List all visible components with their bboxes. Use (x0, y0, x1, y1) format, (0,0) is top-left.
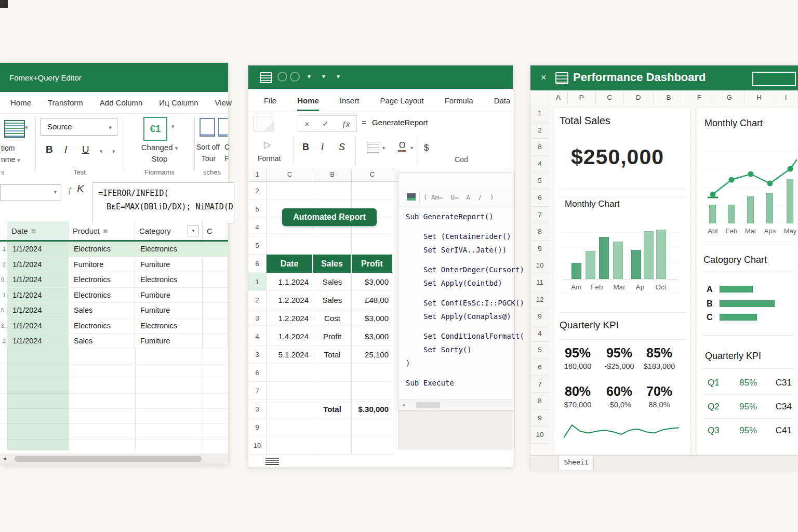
scrollbar-thumb[interactable] (15, 456, 202, 462)
vba-scrollbar[interactable]: ▴ (398, 400, 514, 410)
table-row[interactable]: 3.1/1/2024ElectronicsElectronics (0, 318, 228, 334)
chevron-down-icon[interactable]: ▾ (410, 145, 413, 151)
column-header-B[interactable]: B (313, 168, 352, 181)
chevron-down-icon[interactable]: ▾ (322, 73, 325, 80)
query-doc-icon[interactable] (4, 120, 25, 138)
cell[interactable] (313, 382, 352, 400)
cell[interactable]: 1.4.2024 (267, 327, 313, 345)
sort-off-label[interactable]: Sort off (196, 143, 220, 151)
cell[interactable] (267, 236, 313, 255)
sheet-list-icon[interactable] (265, 457, 279, 465)
cell-extra[interactable] (203, 288, 228, 303)
insert-function-icon[interactable]: ƒx (342, 119, 350, 128)
cell[interactable] (313, 182, 352, 200)
changed-type-icon-wrap[interactable]: €1 (143, 117, 167, 141)
cell-extra[interactable] (203, 242, 228, 257)
cell[interactable] (313, 364, 352, 382)
cell-product[interactable]: Electronics (69, 318, 135, 334)
column-header-product[interactable]: Product▣ (69, 221, 135, 240)
horizontal-scrollbar[interactable]: ◂ (0, 454, 228, 464)
cell-extra[interactable] (203, 303, 228, 318)
cell-date[interactable]: 1/1/2024 (7, 318, 69, 334)
cell-date[interactable]: 1/1/2024 (7, 334, 69, 349)
tab-transform[interactable]: Transform (48, 98, 83, 107)
sheet-tab[interactable]: Sheei1 (558, 456, 594, 470)
chevron-down-icon[interactable]: ▾ (25, 124, 28, 131)
scroll-left-icon[interactable]: ◂ (3, 455, 6, 462)
cell-product[interactable]: Sales (69, 303, 135, 318)
column-header-P[interactable]: P (568, 90, 596, 105)
cell-date[interactable]: 1/1/2024 (7, 272, 69, 288)
bold-button[interactable]: B (302, 142, 309, 153)
cell[interactable]: Total (313, 400, 352, 418)
column-header-category[interactable]: Category▾ (135, 221, 203, 240)
formula-bar-input[interactable]: GenerateReport (372, 118, 428, 127)
cell[interactable]: $3,000 (352, 327, 393, 345)
kpi-table-row-q2[interactable]: Q295%C34 (703, 397, 793, 418)
cell[interactable]: 1.1.2024 (267, 273, 313, 291)
cell[interactable] (352, 436, 393, 455)
query-name-dropdown[interactable]: ▾ (0, 184, 61, 201)
column-header-C[interactable]: C (596, 90, 624, 105)
cell[interactable] (313, 436, 352, 455)
bold-button[interactable]: B (46, 144, 53, 155)
cell[interactable] (267, 364, 313, 382)
cell-product[interactable]: Electronics (69, 288, 135, 303)
cell-extra[interactable] (203, 257, 228, 273)
kpi-table-row-q3[interactable]: Q395%C41 (703, 421, 793, 442)
column-header-H[interactable]: H (744, 90, 774, 105)
cell-product[interactable]: Electronics (69, 242, 135, 257)
cancel-icon[interactable]: × (304, 119, 309, 128)
enter-icon[interactable]: ✓ (322, 119, 329, 128)
cell[interactable] (313, 418, 352, 436)
cell[interactable] (352, 182, 393, 200)
automated-report-button[interactable]: Automated Report (282, 208, 377, 226)
tab-view[interactable]: View (215, 98, 232, 107)
cell[interactable]: Cost (313, 309, 352, 327)
cell-category[interactable]: Electronics (135, 272, 203, 288)
tab--column[interactable]: Иц Column (159, 98, 198, 107)
vba-code-area[interactable]: Sub GenerateReport()Set (Centainerider()… (398, 205, 514, 400)
cell-extra[interactable] (203, 318, 228, 334)
cell[interactable]: Profit (313, 327, 352, 345)
cell-category[interactable]: Fumiture (135, 334, 203, 349)
close-icon[interactable]: × (541, 72, 547, 83)
chevron-down-icon[interactable]: ▾ (112, 148, 115, 155)
cell-category[interactable]: Fumiture (135, 257, 203, 273)
cell-product[interactable]: Sales (69, 334, 135, 349)
cell[interactable]: 1.2.2024 (267, 309, 313, 327)
cell-extra[interactable] (203, 334, 228, 349)
cell-product[interactable]: Electronics (69, 272, 135, 288)
chevron-down-icon[interactable]: ▾ (308, 73, 311, 80)
column-header-G[interactable]: G (714, 90, 744, 105)
cell[interactable] (352, 382, 393, 400)
column-header-F[interactable]: F (684, 90, 714, 105)
cell[interactable]: Sales (313, 255, 352, 273)
cell[interactable] (267, 436, 313, 455)
column-header-c[interactable]: C (203, 221, 228, 240)
menu-page-layout[interactable]: Page Layout (380, 96, 423, 105)
cell[interactable]: 5.1.2024 (267, 345, 313, 364)
table-row[interactable]: 21/1/2024SalesFumiture (0, 334, 228, 349)
clipboard-icon[interactable] (254, 116, 274, 131)
cell[interactable]: Sales (313, 291, 352, 309)
font-color-icon[interactable]: O (398, 141, 406, 152)
changed-button[interactable]: Changed ▾ (126, 143, 193, 152)
cell[interactable]: 1.2.2024 (267, 291, 313, 309)
menu-file[interactable]: File (264, 96, 276, 105)
cell[interactable]: Sales (313, 273, 352, 291)
currency-format-button[interactable]: $ (424, 143, 429, 153)
column-header-A[interactable]: A (549, 90, 568, 105)
column-header-C[interactable]: C (267, 168, 313, 181)
cell[interactable]: Date (267, 255, 313, 273)
cell[interactable]: Profit (352, 255, 393, 273)
cell[interactable] (267, 182, 313, 200)
column-header-I[interactable]: I (774, 90, 798, 105)
tab-home[interactable]: Home (10, 98, 31, 107)
cell-date[interactable]: 1/1/2024 (7, 288, 69, 303)
cell[interactable]: 25,100 (352, 345, 393, 364)
column-header-C[interactable]: C (352, 168, 393, 181)
menu-formula[interactable]: Formula (445, 96, 473, 105)
cell-date[interactable]: 1/1/2024 (7, 242, 69, 257)
cell[interactable] (352, 236, 393, 255)
